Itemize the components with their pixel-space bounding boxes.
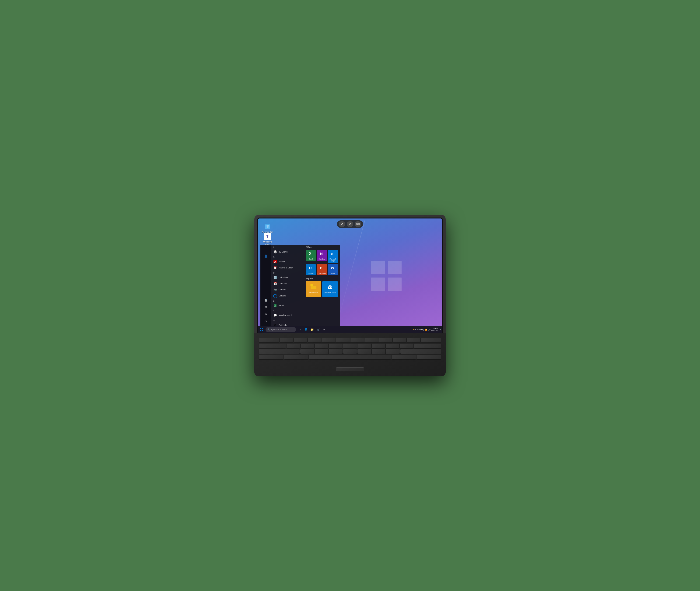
power-button[interactable]: ⏻ xyxy=(262,318,270,324)
svg-rect-29 xyxy=(262,330,263,331)
3d-viewer-label: 3D Viewer xyxy=(279,251,288,253)
app-3d-viewer[interactable]: 🎲 3D Viewer xyxy=(271,249,304,255)
app-list[interactable]: # 🎲 3D Viewer A A Access xyxy=(271,245,304,326)
key-y[interactable] xyxy=(350,338,364,343)
outlook-tile[interactable]: O Outlook xyxy=(306,264,316,275)
keyboard-button[interactable]: ⌨ xyxy=(355,221,361,227)
key-i[interactable] xyxy=(378,338,392,343)
key-o[interactable] xyxy=(393,338,406,343)
key-u[interactable] xyxy=(364,338,378,343)
desktop: ⊕ ⊙ ⌨ xyxy=(258,218,442,333)
powerpoint-tile[interactable]: P PowerPoint xyxy=(317,264,327,275)
keyboard-keys xyxy=(259,338,441,366)
key-p[interactable] xyxy=(407,338,420,343)
app-cortana[interactable]: ◯ Cortana xyxy=(271,293,304,299)
key-n[interactable] xyxy=(372,349,385,354)
key-b[interactable] xyxy=(357,349,371,354)
key-c[interactable] xyxy=(329,349,343,354)
key-ctrl[interactable] xyxy=(259,355,283,359)
key-row-2 xyxy=(259,344,441,348)
key-e[interactable] xyxy=(308,338,321,343)
recycle-bin-icon[interactable]: Recycle Bin xyxy=(260,222,274,234)
windows-watermark xyxy=(371,261,402,291)
app-feedback[interactable]: 💬 Feedback Hub xyxy=(271,312,304,318)
store-tile[interactable]: Microsoft Store xyxy=(322,281,338,297)
teams-icon[interactable]: T Microsoft Teams xyxy=(260,233,274,246)
explorer-taskbar-icon[interactable]: 📁 xyxy=(309,327,314,332)
app-excel[interactable]: X Excel xyxy=(271,303,304,309)
access-label: Access xyxy=(279,260,285,263)
mail-taskbar-icon[interactable]: ✉ xyxy=(322,327,327,332)
key-alt-r[interactable] xyxy=(392,355,416,359)
key-l[interactable] xyxy=(400,344,413,348)
photos-button[interactable]: 🖼 xyxy=(262,304,270,311)
edge-tile-icon: e xyxy=(330,251,336,258)
key-tab[interactable] xyxy=(259,338,279,343)
key-enter[interactable] xyxy=(414,344,441,348)
key-k[interactable] xyxy=(386,344,399,348)
app-calculator[interactable]: 🔢 Calculator xyxy=(271,274,304,280)
remote-button[interactable]: ⊙ xyxy=(347,221,353,227)
taskbar-right-area: ☀ 67°F Sunny 📶 🔊 2:52 PM 8/2/2021 🗔 xyxy=(413,327,442,332)
weather-badge[interactable]: ☀ 67°F Sunny xyxy=(413,328,424,331)
settings-sidebar-button[interactable]: ⚙ xyxy=(262,311,270,317)
edge-tile[interactable]: e Microsoft Edge xyxy=(328,250,338,263)
hamburger-button[interactable]: ☰ xyxy=(262,246,270,253)
outlook-tile-label: Outlook xyxy=(308,272,313,274)
app-calendar[interactable]: 📅 Calendar xyxy=(271,280,304,287)
key-j[interactable] xyxy=(372,344,385,348)
key-a[interactable] xyxy=(287,344,300,348)
key-shift-l[interactable] xyxy=(259,349,300,354)
floating-toolbar: ⊕ ⊙ ⌨ xyxy=(337,220,363,228)
app-access[interactable]: A Access xyxy=(271,259,304,265)
key-t[interactable] xyxy=(336,338,350,343)
key-v[interactable] xyxy=(343,349,357,354)
file-explorer-tile[interactable]: File Explorer xyxy=(306,281,321,297)
taskbar: 🔍 Type here to search □ 📁 🛒 xyxy=(258,326,442,333)
word-tile[interactable]: W Word xyxy=(328,264,338,275)
excel-tile[interactable]: X Excel xyxy=(306,250,316,261)
key-shift-r[interactable] xyxy=(400,349,441,354)
key-g[interactable] xyxy=(343,344,357,348)
trackpad[interactable] xyxy=(336,368,364,371)
zoom-button[interactable]: ⊕ xyxy=(339,221,345,227)
documents-button[interactable]: 📄 xyxy=(262,297,270,304)
store-taskbar-icon[interactable]: 🛒 xyxy=(316,327,321,332)
key-w[interactable] xyxy=(294,338,307,343)
app-alarms[interactable]: ⏰ Alarms & Clock xyxy=(271,265,304,271)
outlook-tile-icon: O xyxy=(308,265,313,272)
edge-taskbar-icon[interactable] xyxy=(303,327,308,332)
section-header-c: C xyxy=(271,271,304,274)
key-h[interactable] xyxy=(357,344,371,348)
key-f[interactable] xyxy=(329,344,343,348)
office-tiles-grid: X Excel N xyxy=(306,250,338,275)
notification-icon[interactable]: 🗔 xyxy=(439,329,440,331)
user-button[interactable]: 👤 xyxy=(262,253,270,260)
start-button[interactable] xyxy=(258,326,265,333)
key-backspace[interactable] xyxy=(421,338,441,343)
key-q[interactable] xyxy=(280,338,293,343)
key-space-l xyxy=(309,355,391,359)
task-view-button[interactable]: □ xyxy=(297,327,302,332)
search-bar[interactable]: 🔍 Type here to search xyxy=(266,327,296,332)
calculator-icon: 🔢 xyxy=(273,275,277,280)
key-m[interactable] xyxy=(386,349,400,354)
section-header-hash: # xyxy=(271,245,304,249)
key-ctrl-r[interactable] xyxy=(417,355,441,359)
explore-tiles-grid: File Explorer xyxy=(306,281,338,297)
taskbar-app-icons: □ 📁 🛒 ✉ xyxy=(297,327,327,332)
onenote-tile[interactable]: N OneNote xyxy=(317,250,327,261)
key-caps[interactable] xyxy=(259,344,286,348)
app-camera[interactable]: 📷 Camera xyxy=(271,287,304,293)
key-s[interactable] xyxy=(301,344,314,348)
key-r[interactable] xyxy=(322,338,336,343)
section-header-e: E xyxy=(271,299,304,303)
clock[interactable]: 2:52 PM 8/2/2021 xyxy=(431,327,438,332)
key-z[interactable] xyxy=(300,349,314,354)
key-alt[interactable] xyxy=(284,355,309,359)
app-gethelp[interactable]: ⚙ Get Help xyxy=(271,322,304,326)
key-x[interactable] xyxy=(315,349,328,354)
excel-tile-label: Excel xyxy=(309,258,313,260)
time-display: 2:52 PM xyxy=(431,327,438,330)
key-d[interactable] xyxy=(315,344,329,348)
